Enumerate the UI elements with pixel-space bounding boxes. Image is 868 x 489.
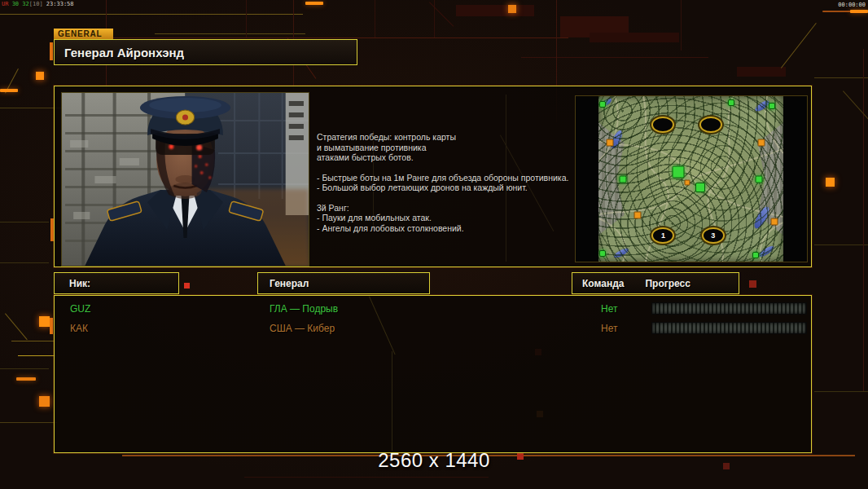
- player-progress-bar: [651, 322, 807, 334]
- strategy-paragraph: 3й Ранг: - Пауки для мобильных атак. - А…: [317, 203, 577, 234]
- decor-dash: [16, 377, 36, 381]
- general-name: Генерал Айронхэнд: [55, 46, 184, 59]
- decor-line: [863, 49, 864, 391]
- decor-diagonal: [843, 90, 868, 121]
- decor-diagonal: [429, 2, 454, 26]
- decor-line: [244, 477, 489, 478]
- player-team: Нет: [601, 303, 647, 315]
- map-green-unit: [672, 166, 684, 178]
- strategy-text: Стратегия победы: контроль карты и вымат…: [317, 132, 577, 243]
- resolution-label: 2560 x 1440: [0, 449, 868, 472]
- tab-general[interactable]: GENERAL: [54, 29, 113, 40]
- decor-line: [0, 262, 49, 263]
- info-panel: Стратегия победы: контроль карты и вымат…: [54, 86, 812, 267]
- decor-line: [0, 222, 49, 222]
- map-capture-point: 3: [702, 227, 725, 244]
- decor-line: [814, 244, 868, 245]
- decor-dash: [305, 2, 323, 5]
- decor-line: [11, 341, 54, 341]
- map-capture-point: [699, 117, 722, 133]
- decor-line: [521, 57, 708, 58]
- player-general: США — Кибер: [270, 323, 530, 334]
- decor-square: [508, 5, 516, 13]
- team-progress-header-box: Команда Прогресс: [572, 272, 739, 294]
- general-name-box: Генерал Айронхэнд: [54, 39, 357, 65]
- decor-line: [375, 0, 375, 37]
- player-row: КАКСША — КиберНет: [55, 319, 811, 339]
- map-preview: 13: [575, 95, 808, 262]
- decor-diagonal: [781, 23, 817, 68]
- decor-line: [155, 33, 305, 34]
- map-green-unit: [599, 250, 606, 257]
- map-orange-unit: [757, 139, 765, 146]
- decor-line: [0, 422, 57, 423]
- map-green-unit: [695, 183, 705, 192]
- decor-square: [184, 283, 190, 289]
- map-green-unit: [752, 252, 759, 258]
- player-nick: GUZ: [70, 303, 249, 315]
- map-image: 13: [598, 96, 783, 262]
- decor-line: [112, 37, 568, 38]
- decor-square: [39, 316, 50, 327]
- player-progress-bar: [651, 302, 807, 315]
- status-segment: UR: [2, 1, 12, 7]
- decor-dash: [0, 89, 18, 92]
- decor-line: [18, 355, 55, 356]
- decor-dash: [850, 10, 868, 13]
- map-green-unit: [728, 99, 734, 106]
- decor-tab: [50, 42, 53, 60]
- decor-diagonal: [5, 313, 28, 340]
- player-general: ГЛА — Подрыв: [270, 303, 530, 315]
- decor-line: [246, 0, 247, 37]
- player-team: Нет: [601, 323, 647, 334]
- status-segment: 23:33:58: [46, 1, 74, 7]
- decor-square: [749, 280, 756, 288]
- player-row: GUZГЛА — ПодрывНет: [55, 300, 811, 319]
- nick-header-box: Ник:: [54, 272, 179, 294]
- nick-header-label: Ник:: [55, 278, 90, 289]
- progress-header-label: Прогресс: [624, 278, 690, 289]
- decor-line: [0, 14, 303, 15]
- map-orange-unit: [684, 179, 690, 185]
- decor-block: [737, 67, 786, 77]
- decor-line: [814, 391, 868, 392]
- map-capture-point: 1: [651, 227, 674, 244]
- general-portrait-image: [61, 92, 309, 267]
- status-segment: 30: [12, 1, 23, 7]
- decor-tab: [50, 318, 53, 334]
- decor-line: [681, 0, 682, 51]
- map-orange-unit: [770, 218, 778, 226]
- decor-square: [39, 396, 50, 407]
- map-markers: 13: [598, 96, 783, 262]
- general-header-label: Генерал: [258, 278, 309, 289]
- decor-square: [826, 178, 835, 187]
- status-segment: [10]: [29, 1, 46, 7]
- status-segment: 32: [22, 1, 28, 7]
- general-header-box: Генерал: [257, 272, 430, 294]
- strategy-paragraph: Стратегия победы: контроль карты и вымат…: [317, 132, 577, 163]
- match-timer: 00:00:00: [838, 2, 866, 8]
- decor-line: [0, 368, 49, 369]
- map-green-unit: [756, 175, 763, 183]
- map-green-unit: [619, 175, 626, 183]
- strategy-paragraph: - Быстрые боты на 1м Ранге для объезда о…: [317, 173, 577, 193]
- decor-line: [392, 351, 392, 451]
- team-header-label: Команда: [572, 278, 624, 289]
- decor-block: [590, 33, 679, 42]
- status-left: UR 30 32[10] 23:33:58: [2, 1, 74, 7]
- map-green-unit: [769, 103, 775, 109]
- decor-line: [814, 77, 868, 78]
- map-capture-point: [651, 117, 674, 133]
- map-orange-unit: [606, 139, 613, 146]
- decor-block: [456, 5, 534, 16]
- decor-square: [36, 72, 44, 80]
- map-green-unit: [599, 101, 606, 108]
- screen: UR 30 32[10] 23:33:58 00:00:00 GENERAL Г…: [0, 0, 868, 489]
- map-orange-unit: [633, 212, 641, 219]
- player-list-panel: GUZГЛА — ПодрывНетКАКСША — КиберНет: [54, 295, 812, 453]
- player-nick: КАК: [70, 323, 249, 334]
